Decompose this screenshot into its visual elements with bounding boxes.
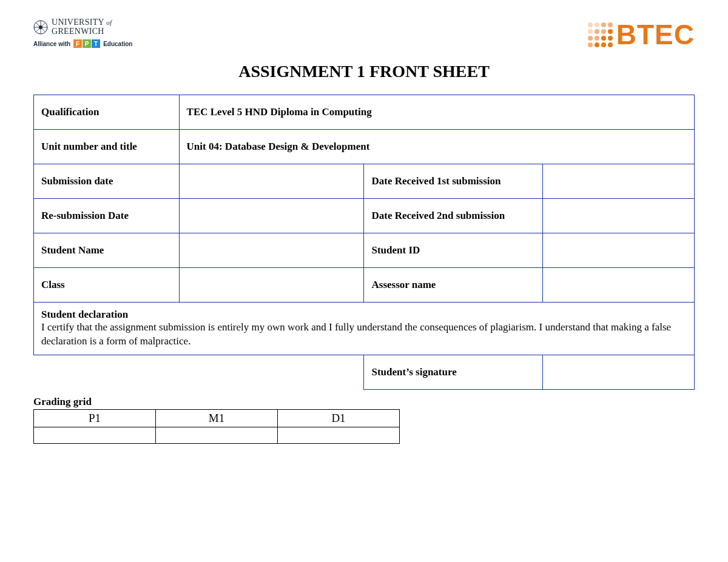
btec-logo: BTEC (588, 18, 695, 51)
fpt-logo: F P T (73, 39, 100, 48)
grading-header-m1: M1 (156, 409, 278, 427)
signature-value[interactable] (542, 355, 695, 389)
grading-value-row (34, 427, 400, 443)
alliance-prefix: Alliance with (33, 41, 70, 47)
header: UNIVERSITY of GREENWICH Alliance with F … (33, 18, 695, 51)
greenwich-seal-icon (33, 20, 48, 35)
row-qualification: Qualification TEC Level 5 HND Diploma in… (34, 95, 695, 130)
student-name-label: Student Name (34, 233, 180, 268)
unit-label: Unit number and title (34, 130, 180, 164)
date-received-2-value[interactable] (542, 199, 695, 233)
grading-value-d1[interactable] (278, 427, 400, 443)
resubmission-date-label: Re-submission Date (34, 199, 180, 233)
submission-date-label: Submission date (34, 164, 180, 199)
grading-grid: P1 M1 D1 (33, 409, 400, 444)
student-id-label: Student ID (364, 233, 542, 268)
assessor-name-value[interactable] (542, 268, 695, 303)
alliance-suffix: Education (103, 41, 132, 47)
date-received-2-label: Date Received 2nd submission (364, 199, 542, 233)
grading-header-row: P1 M1 D1 (34, 409, 400, 427)
alliance-row: Alliance with F P T Education (33, 39, 132, 48)
row-signature: Student’s signature (34, 355, 695, 389)
fpt-f-icon: F (73, 39, 82, 48)
declaration-cell: Student declaration I certify that the a… (34, 303, 695, 355)
declaration-title: Student declaration (41, 309, 687, 321)
row-resubmission-date: Re-submission Date Date Received 2nd sub… (34, 199, 695, 233)
qualification-value: TEC Level 5 HND Diploma in Computing (179, 95, 694, 130)
row-unit: Unit number and title Unit 04: Database … (34, 130, 695, 164)
greenwich-line2: GREENWICH (52, 27, 112, 36)
row-student-name: Student Name Student ID (34, 233, 695, 268)
row-declaration: Student declaration I certify that the a… (34, 303, 695, 355)
student-id-value[interactable] (542, 233, 695, 268)
greenwich-line1a: UNIVERSITY (52, 18, 104, 27)
declaration-body: I certify that the assignment submission… (41, 321, 687, 349)
page-title: ASSIGNMENT 1 FRONT SHEET (33, 62, 695, 81)
front-sheet-page: UNIVERSITY of GREENWICH Alliance with F … (0, 0, 728, 462)
signature-spacer (34, 355, 364, 389)
resubmission-date-value[interactable] (179, 199, 364, 233)
btec-dots-icon (588, 22, 613, 47)
grading-value-m1[interactable] (156, 427, 278, 443)
class-label: Class (34, 268, 180, 303)
btec-text: BTEC (616, 18, 695, 51)
row-class: Class Assessor name (34, 268, 695, 303)
grading-header-p1: P1 (34, 409, 156, 427)
date-received-1-label: Date Received 1st submission (364, 164, 542, 199)
qualification-label: Qualification (34, 95, 180, 130)
greenwich-logo: UNIVERSITY of GREENWICH (33, 18, 132, 36)
unit-value: Unit 04: Database Design & Development (179, 130, 694, 164)
row-submission-date: Submission date Date Received 1st submis… (34, 164, 695, 199)
signature-label: Student’s signature (364, 355, 542, 389)
class-value[interactable] (179, 268, 364, 303)
grading-header-d1: D1 (278, 409, 400, 427)
fpt-t-icon: T (92, 39, 100, 48)
date-received-1-value[interactable] (542, 164, 695, 199)
assessor-name-label: Assessor name (364, 268, 542, 303)
greenwich-text: UNIVERSITY of GREENWICH (52, 18, 112, 36)
student-name-value[interactable] (179, 233, 364, 268)
greenwich-line1b: of (106, 19, 112, 26)
svg-point-5 (39, 25, 42, 29)
grading-value-p1[interactable] (34, 427, 156, 443)
greenwich-logo-block: UNIVERSITY of GREENWICH Alliance with F … (33, 18, 132, 48)
grading-grid-title: Grading grid (33, 396, 695, 408)
fpt-p-icon: P (83, 39, 91, 48)
submission-date-value[interactable] (179, 164, 364, 199)
front-sheet-form: Qualification TEC Level 5 HND Diploma in… (33, 95, 695, 390)
